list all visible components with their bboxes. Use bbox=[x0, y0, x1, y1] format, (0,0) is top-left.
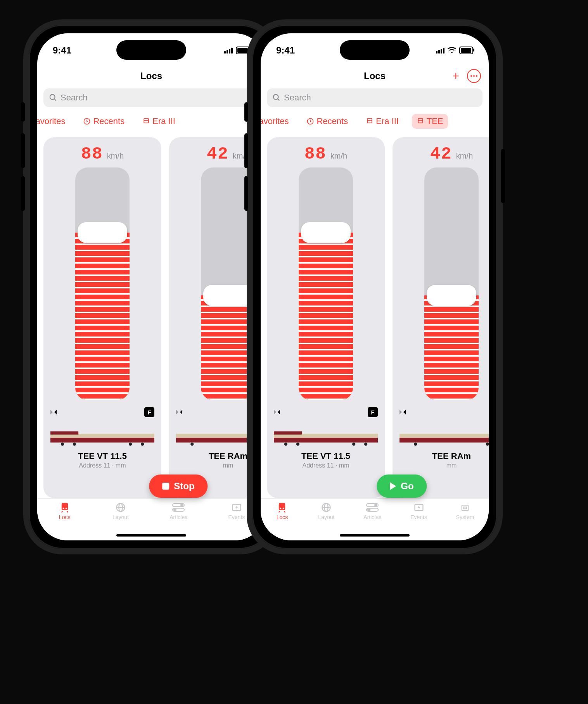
svg-rect-16 bbox=[61, 503, 67, 510]
cpu-icon bbox=[459, 502, 471, 513]
loco-speed: 42 bbox=[207, 144, 229, 164]
svg-point-18 bbox=[65, 508, 67, 509]
go-button[interactable]: Go bbox=[377, 475, 427, 498]
tab-articles[interactable]: Articles bbox=[363, 502, 381, 520]
wifi-icon bbox=[448, 46, 456, 55]
filter-favorites[interactable]: Favorites bbox=[261, 114, 293, 129]
svg-rect-50 bbox=[279, 503, 285, 510]
tab-layout[interactable]: Layout bbox=[112, 502, 129, 520]
speed-unit: km/h bbox=[107, 152, 124, 160]
speed-slider[interactable] bbox=[299, 167, 353, 400]
loco-scroll[interactable]: 88 km/h F bbox=[37, 134, 265, 498]
direction-toggle[interactable] bbox=[50, 409, 60, 415]
train-icon bbox=[59, 502, 71, 513]
svg-point-27 bbox=[273, 95, 278, 100]
svg-point-9 bbox=[73, 443, 76, 446]
search-placeholder: Search bbox=[284, 93, 311, 103]
home-indicator[interactable] bbox=[340, 534, 410, 537]
speed-slider[interactable] bbox=[75, 167, 130, 400]
loco-image bbox=[50, 424, 154, 447]
clock-icon bbox=[83, 117, 91, 125]
svg-point-44 bbox=[486, 443, 489, 446]
loco-card[interactable]: 88 km/h F bbox=[267, 137, 385, 498]
tab-locs[interactable]: Locs bbox=[275, 502, 289, 520]
stop-button[interactable]: Stop bbox=[149, 475, 208, 498]
tab-events[interactable]: Events bbox=[410, 502, 427, 520]
svg-point-10 bbox=[129, 443, 132, 446]
speed-slider[interactable] bbox=[424, 167, 479, 400]
loco-name: TEE RAm bbox=[209, 451, 247, 461]
loco-image bbox=[399, 424, 489, 447]
filter-recents[interactable]: Recents bbox=[78, 114, 129, 129]
tab-events[interactable]: Events bbox=[228, 502, 245, 520]
function-button[interactable]: F bbox=[368, 407, 378, 417]
svg-point-11 bbox=[141, 443, 144, 446]
tab-system[interactable]: System bbox=[456, 502, 474, 520]
page-title: Locs bbox=[364, 71, 386, 81]
play-icon bbox=[390, 482, 396, 490]
bolt-icon bbox=[231, 502, 242, 513]
status-time: 9:41 bbox=[53, 45, 71, 56]
globe-icon bbox=[115, 502, 126, 513]
train-icon bbox=[142, 117, 150, 125]
more-button[interactable] bbox=[467, 69, 481, 83]
filter-row[interactable]: Favorites Recents Era III TEE bbox=[261, 107, 489, 134]
loco-speed: 88 bbox=[81, 144, 103, 164]
tab-articles[interactable]: Articles bbox=[169, 502, 187, 520]
loco-speed: 42 bbox=[430, 144, 452, 164]
loco-card[interactable]: 42 km/h F bbox=[393, 137, 489, 498]
tab-locs[interactable]: Locs bbox=[58, 502, 72, 520]
direction-toggle[interactable] bbox=[176, 409, 185, 415]
cellular-icon bbox=[224, 47, 233, 53]
loco-meta: mm bbox=[223, 462, 233, 469]
function-button[interactable]: F bbox=[144, 407, 154, 417]
toggles-icon bbox=[172, 502, 185, 513]
svg-point-17 bbox=[62, 508, 64, 509]
loco-card[interactable]: 88 km/h F bbox=[43, 137, 161, 498]
stop-icon bbox=[162, 483, 169, 490]
nav-bar: Locs + bbox=[261, 65, 489, 87]
speed-unit: km/h bbox=[456, 152, 473, 160]
filter-era3[interactable]: Era III bbox=[138, 114, 180, 129]
svg-rect-62 bbox=[464, 507, 467, 509]
filter-row[interactable]: Favorites Recents Era III bbox=[37, 107, 265, 134]
train-icon bbox=[366, 117, 374, 125]
loco-scroll[interactable]: 88 km/h F bbox=[261, 134, 489, 498]
svg-point-14 bbox=[190, 443, 194, 446]
page-title: Locs bbox=[140, 71, 162, 81]
home-indicator[interactable] bbox=[116, 534, 186, 537]
filter-tee[interactable]: TEE bbox=[412, 114, 448, 129]
search-icon bbox=[272, 93, 281, 102]
tab-layout[interactable]: Layout bbox=[318, 502, 334, 520]
filter-favorites[interactable]: Favorites bbox=[37, 114, 70, 129]
loco-meta: Address 11 · mm bbox=[79, 462, 126, 469]
add-button[interactable]: + bbox=[452, 69, 459, 83]
svg-line-1 bbox=[54, 99, 56, 101]
svg-point-40 bbox=[364, 443, 367, 446]
direction-toggle[interactable] bbox=[274, 409, 283, 415]
clock-icon bbox=[306, 117, 314, 125]
loco-name: TEE VT 11.5 bbox=[301, 451, 350, 461]
loco-image bbox=[274, 424, 378, 447]
battery-icon bbox=[459, 47, 473, 54]
search-placeholder: Search bbox=[61, 93, 88, 103]
svg-point-23 bbox=[181, 504, 183, 506]
nav-bar: Locs bbox=[37, 65, 265, 87]
svg-point-25 bbox=[174, 509, 176, 511]
filter-recents[interactable]: Recents bbox=[302, 114, 353, 129]
train-icon bbox=[276, 502, 288, 513]
svg-rect-5 bbox=[50, 437, 154, 442]
svg-rect-36 bbox=[274, 431, 302, 435]
direction-toggle[interactable] bbox=[399, 409, 409, 415]
svg-point-38 bbox=[296, 443, 299, 446]
status-indicators bbox=[436, 46, 473, 55]
search-input[interactable]: Search bbox=[267, 88, 483, 107]
loco-name: TEE VT 11.5 bbox=[78, 451, 127, 461]
svg-point-52 bbox=[283, 508, 284, 509]
loco-speed: 88 bbox=[304, 144, 327, 164]
filter-era3[interactable]: Era III bbox=[361, 114, 403, 129]
search-input[interactable]: Search bbox=[43, 88, 259, 107]
svg-rect-42 bbox=[399, 434, 489, 438]
search-icon bbox=[49, 93, 57, 102]
svg-rect-61 bbox=[462, 505, 468, 511]
